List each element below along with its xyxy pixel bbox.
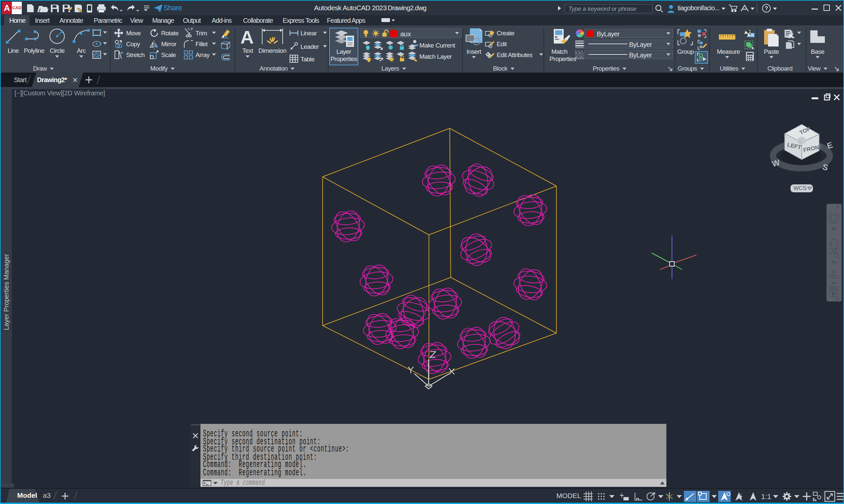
svg-text:1:1: 1:1: [761, 492, 771, 501]
svg-text:WCS: WCS: [793, 185, 807, 191]
svg-text:W: W: [771, 158, 781, 168]
